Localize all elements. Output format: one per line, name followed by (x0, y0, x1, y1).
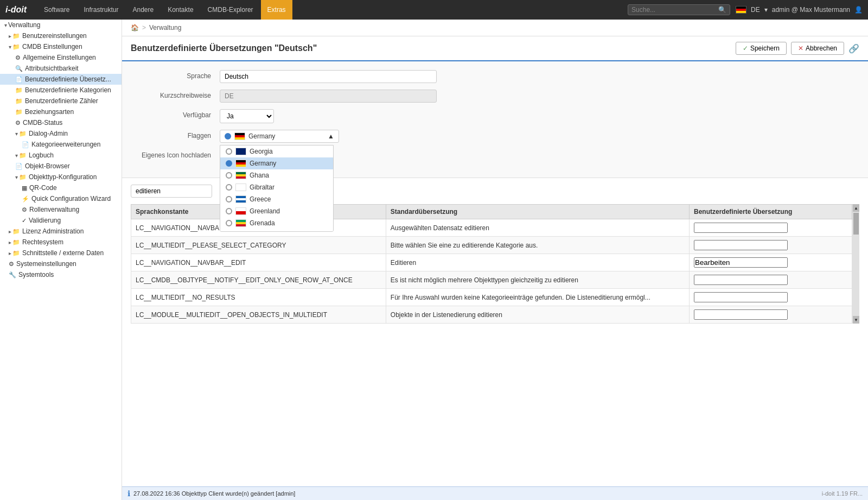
sidebar-item-allgemeine[interactable]: ⚙ Allgemeine Einstellungen (0, 52, 122, 63)
nav-extras[interactable]: Extras (261, 0, 292, 20)
sidebar-item-systemeinstellungen[interactable]: ⚙ Systemeinstellungen (0, 258, 122, 269)
td-key-2: LC__MULTIEDIT__PLEASE_SELECT_CATEGORY (131, 237, 386, 254)
cancel-button[interactable]: ✕ Abbrechen (791, 42, 844, 55)
nav-andere[interactable]: Andere (126, 0, 160, 20)
flaggen-dropdown[interactable]: Germany ▲ Georgia (220, 130, 339, 143)
sidebar-item-kategorieerweit[interactable]: 📄 Kategorieerweiterungen (0, 139, 122, 150)
qr-icon: ▦ (22, 185, 27, 192)
td-key-4: LC__CMDB__OBJTYPE__NOTIFY__EDIT_ONLY_ONE… (131, 271, 386, 289)
folder-icon-recht: 📁 (12, 239, 20, 246)
user-label[interactable]: admin @ Max Mustermann (772, 6, 850, 14)
search-small-icon: 🔍 (15, 65, 23, 72)
valid-icon: ✓ (22, 217, 27, 224)
radio-greenland (226, 208, 232, 214)
link-icon[interactable]: 🔗 (848, 43, 859, 54)
custom-input-2[interactable] (694, 240, 788, 250)
table-scrollbar[interactable]: ▲ ▼ (853, 204, 859, 324)
sidebar-item-validierung[interactable]: ✓ Validierung (0, 215, 122, 226)
custom-input-1[interactable] (694, 223, 788, 233)
sidebar-item-cmdb-status[interactable]: ⚙ CMDB-Status (0, 117, 122, 128)
nav-cmdb-explorer[interactable]: CMDB-Explorer (201, 0, 260, 20)
dropdown-item-more[interactable]: ... (220, 229, 333, 232)
sidebar-item-benutzerdefinierte-zahler[interactable]: 📁 Benutzerdefinierte Zähler (0, 96, 122, 106)
sidebar-item-dialog-admin[interactable]: ▾ 📁 Dialog-Admin (0, 128, 122, 139)
flag-gi (235, 183, 246, 191)
form-row-kurz: Kurzschreibweise (133, 90, 857, 103)
nav-kontakte[interactable]: Kontakte (161, 0, 200, 20)
nav-menu: Software Infrastruktur Andere Kontakte C… (37, 0, 628, 20)
breadcrumb-path: Verwaltung (149, 24, 181, 31)
sidebar-root[interactable]: ▾ Verwaltung (0, 20, 122, 30)
radio-selected (225, 133, 231, 140)
sidebar-item-rechtesystem[interactable]: ▸ 📁 Rechtesystem (0, 237, 122, 248)
status-message: 27.08.2022 16:36 Objekttyp Client wurde(… (133, 490, 295, 497)
td-std-2: Bitte wählen Sie eine zu editierende Kat… (386, 237, 689, 254)
home-icon[interactable]: 🏠 (131, 24, 139, 31)
breadcrumb: 🏠 > Verwaltung (122, 20, 868, 36)
sidebar-item-systemtools[interactable]: 🔧 Systemtools (0, 269, 122, 280)
sidebar-item-objekttyp-konfiguration[interactable]: ▾ 📁 Objekttyp-Konfiguration (0, 172, 122, 182)
custom-input-4[interactable] (694, 275, 788, 285)
sidebar-item-logbuch[interactable]: ▾ 📁 Logbuch (0, 150, 122, 161)
scroll-thumb[interactable] (853, 213, 859, 235)
td-std-5: Für Ihre Auswahl wurden keine Kategoriee… (386, 289, 689, 306)
kurz-input[interactable] (220, 90, 437, 103)
wizard-icon: ⚡ (22, 195, 29, 202)
table-search-input[interactable] (131, 185, 212, 198)
sidebar-item-attribut[interactable]: 🔍 Attributsichtbarkeit (0, 63, 122, 74)
dropdown-item-georgia[interactable]: Georgia (220, 145, 333, 157)
sidebar-item-rollenverwaltung[interactable]: ⚙ Rollenverwaltung (0, 204, 122, 215)
dropdown-item-grenada[interactable]: Grenada (220, 217, 333, 229)
td-custom-1 (690, 219, 852, 237)
x-icon: ✕ (798, 45, 803, 52)
dropdown-item-greenland[interactable]: Greenland (220, 205, 333, 217)
sprache-input[interactable] (220, 70, 437, 83)
scroll-up-btn[interactable]: ▲ (853, 204, 859, 212)
sidebar-item-benutzereinstellungen[interactable]: ▸ 📁 Benutzereinstellungen (0, 30, 122, 41)
sidebar-item-benutzerdefinierte-kategorien[interactable]: 📁 Benutzerdefinierte Kategorien (0, 85, 122, 96)
doc-icon-k: 📄 (22, 141, 29, 148)
search-input[interactable] (631, 6, 718, 14)
folder-icon-cmdb: 📁 (12, 43, 20, 50)
nav-software[interactable]: Software (37, 0, 76, 20)
custom-input-5[interactable] (694, 292, 788, 302)
doc-icon: 📄 (15, 76, 23, 83)
dropdown-item-greece[interactable]: Greece (220, 193, 333, 205)
flag-de-item (235, 160, 246, 167)
sidebar-item-cmdb-einstellungen[interactable]: ▾ 📁 CMDB Einstellungen (0, 41, 122, 52)
form-row-sprache: Sprache (133, 70, 857, 83)
folder-icon: 📁 (12, 33, 20, 40)
lang-label[interactable]: DE (751, 6, 760, 14)
flag-gr (235, 195, 246, 203)
sprache-control (220, 70, 437, 83)
search-box[interactable]: 🔍 (628, 4, 730, 15)
lang-chevron[interactable]: ▾ (764, 6, 768, 14)
sidebar-item-schnittstelle[interactable]: ▸ 📁 Schnittstelle / externe Daten (0, 248, 122, 258)
doc-icon-o: 📄 (15, 163, 23, 170)
dropdown-item-germany[interactable]: Germany (220, 157, 333, 169)
sidebar-item-qr-code[interactable]: ▦ QR-Code (0, 182, 122, 193)
sidebar-item-beziehungsarten[interactable]: 📁 Beziehungsarten (0, 106, 122, 117)
table-body: LC__NAVIGATION__NAVBAR__EDIT_TOOLTIP Aus… (131, 219, 859, 324)
scroll-down-btn[interactable]: ▼ (853, 316, 859, 324)
sidebar-item-lizenz[interactable]: ▸ 📁 Lizenz Administration (0, 226, 122, 237)
custom-input-3[interactable] (694, 257, 788, 268)
table-row: LC__NAVIGATION__NAVBAR__EDIT Editieren (131, 254, 859, 271)
page-title: Benutzerdefinierte Übersetzungen "Deutsc… (131, 43, 317, 53)
app-logo[interactable]: i-doit (5, 5, 27, 15)
sidebar-item-objekt-browser[interactable]: 📄 Objekt-Browser (0, 161, 122, 172)
dropdown-item-ghana[interactable]: Ghana (220, 169, 333, 181)
sys-icon: ⚙ (9, 261, 14, 268)
col-standardubersetzung: Standardübersetzung (386, 205, 689, 219)
custom-input-6[interactable] (694, 309, 788, 320)
icon-upload-label: Eigenes Icon hochladen (133, 149, 220, 159)
scroll-track (853, 212, 859, 316)
verfugbar-select[interactable]: Ja Nein (220, 109, 274, 123)
save-button[interactable]: ✓ Speichern (736, 42, 787, 55)
dropdown-item-gibraltar[interactable]: Gibraltar (220, 181, 333, 193)
nav-infrastruktur[interactable]: Infrastruktur (77, 0, 125, 20)
sidebar-item-quick-config[interactable]: ⚡ Quick Configuration Wizard (0, 193, 122, 204)
sidebar-item-benutzerdefinierte-uebersetz[interactable]: 📄 Benutzerdefinierte Übersetz... (0, 74, 122, 85)
flag-gd (235, 219, 246, 227)
dropdown-trigger[interactable]: Germany ▲ (220, 130, 339, 143)
